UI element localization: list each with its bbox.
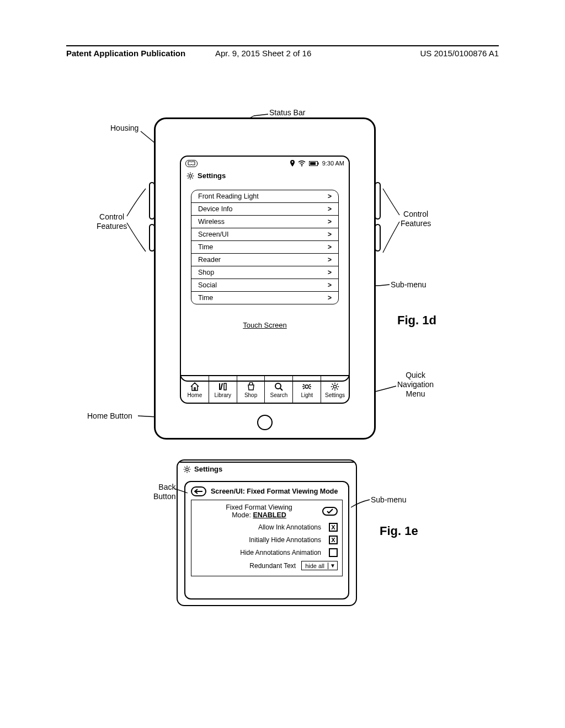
check-icon: [327, 508, 333, 514]
row-hide-init: Initially Hide Annotations X: [196, 536, 338, 544]
row-label: Allow Ink Annotations: [258, 523, 321, 531]
dropdown-value: hide all: [302, 563, 328, 569]
row-hide-anim: Hide Annotations Animation: [196, 548, 338, 557]
redundant-dropdown[interactable]: hide all ▼: [301, 561, 338, 570]
checkbox-hide-anim[interactable]: [329, 548, 338, 557]
enabled-line1: Fixed Format Viewing: [196, 504, 322, 511]
gear-icon: [183, 465, 191, 473]
row-label: Hide Annotations Animation: [240, 549, 321, 556]
settings-title-text-1e: Settings: [194, 465, 222, 473]
back-button[interactable]: [191, 486, 206, 496]
enabled-row: Fixed Format Viewing Mode: ENABLED: [196, 504, 338, 519]
svg-line-44: [189, 467, 190, 468]
checkbox-allow-ink[interactable]: X: [329, 523, 338, 532]
row-redundant: Redundant Text hide all ▼: [196, 561, 338, 570]
arrow-left-icon: [194, 489, 203, 494]
enabled-value: ENABLED: [253, 511, 286, 519]
submenu-header-row: Screen/UI: Fixed Format Viewing Mode: [191, 486, 343, 496]
caret-down-icon: ▼: [328, 563, 337, 569]
enabled-line2-prefix: Mode:: [232, 511, 253, 519]
svg-line-42: [189, 470, 190, 472]
checkbox-hide-init[interactable]: X: [329, 536, 338, 544]
settings-header-1e: Settings: [178, 463, 356, 477]
row-allow-ink: Allow Ink Annotations X: [196, 523, 338, 532]
submenu-1e: Screen/UI: Fixed Format Viewing Mode Fix…: [184, 481, 349, 599]
enabled-toggle[interactable]: [322, 507, 338, 516]
svg-point-36: [186, 468, 189, 470]
svg-line-43: [184, 470, 185, 472]
settings-panel-1e: Settings Screen/UI: Fixed Format Viewing…: [177, 459, 357, 606]
row-label: Initially Hide Annotations: [249, 536, 321, 544]
svg-line-41: [184, 467, 185, 468]
row-label: Redundant Text: [249, 562, 296, 570]
submenu-title: Screen/UI: Fixed Format Viewing Mode: [211, 488, 338, 495]
submenu-inner: Fixed Format Viewing Mode: ENABLED Allow…: [191, 500, 343, 576]
